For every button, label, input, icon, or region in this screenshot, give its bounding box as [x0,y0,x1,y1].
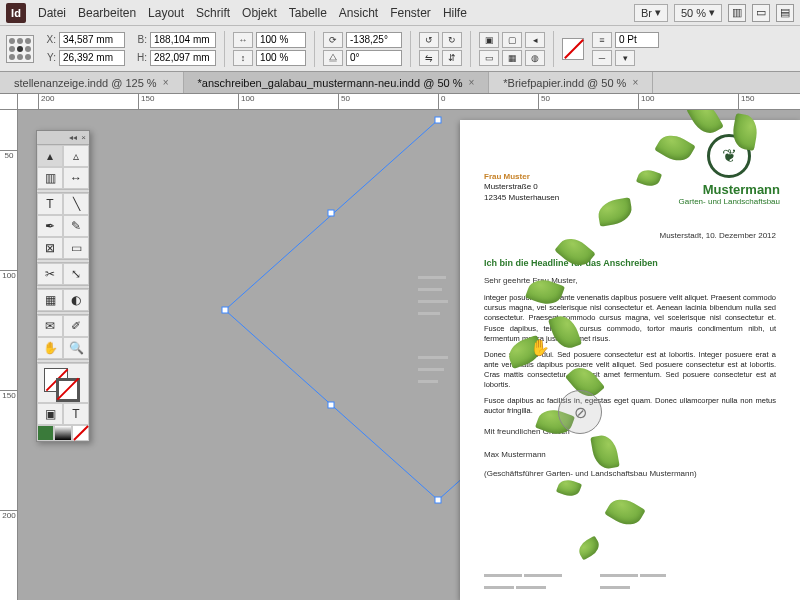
fill-swatch[interactable] [562,38,584,60]
greeting: Sehr geehrte Frau Muster, [484,276,776,285]
place-date: Musterstadt, 10. Dezember 2012 [484,231,776,240]
menu-object[interactable]: Objekt [242,6,277,20]
flip-v-icon[interactable]: ⇵ [442,50,462,66]
document-tabs: stellenanzeige.indd @ 125 %× *anschreibe… [0,72,800,94]
workspace-switcher[interactable]: Br▾ [634,4,668,22]
svg-rect-1 [222,307,228,313]
stroke-style-icon[interactable]: ─ [592,50,612,66]
stroke-weight-field[interactable] [615,32,659,48]
formatting-text-icon[interactable]: T [63,403,89,425]
overset-text-icon [418,350,450,386]
menu-help[interactable]: Hilfe [443,6,467,20]
svg-rect-0 [435,117,441,123]
close-icon[interactable]: × [632,77,638,88]
closing: Mit freundlichen Grüßen [484,427,776,436]
selection-tool[interactable]: ▴ [37,145,63,167]
company-name: Mustermann [679,182,780,197]
letter-headline: Ich bin die Headline für das Anschreiben [484,258,776,268]
close-icon[interactable]: × [163,77,169,88]
tab-stellenanzeige[interactable]: stellenanzeige.indd @ 125 %× [0,72,184,93]
not-allowed-icon: ⊘ [558,390,602,434]
apply-gradient[interactable] [54,425,71,441]
page-tool[interactable]: ▥ [37,167,63,189]
rectangle-frame-tool[interactable]: ⊠ [37,237,63,259]
rotate-icon: ⟳ [323,32,343,48]
tab-anschreiben[interactable]: *anschreiben_galabau_mustermann-neu.indd… [184,72,490,93]
menu-type[interactable]: Schrift [196,6,230,20]
rectangle-tool[interactable]: ▭ [63,237,89,259]
wrap-bounding-icon[interactable]: ▦ [502,50,522,66]
menu-bar: Id Datei Bearbeiten Layout Schrift Objek… [0,0,800,26]
menu-window[interactable]: Fenster [390,6,431,20]
wrap-shape-icon[interactable]: ◍ [525,50,545,66]
scale-x-icon: ↔ [233,32,253,48]
select-container-icon[interactable]: ▣ [479,32,499,48]
line-tool[interactable]: ╲ [63,193,89,215]
ruler-origin[interactable] [0,94,18,110]
pen-tool[interactable]: ✒ [37,215,63,237]
hand-cursor-icon: ✋ [530,338,550,357]
free-transform-tool[interactable]: ⤡ [63,263,89,285]
footer-placeholder [484,568,564,592]
direct-selection-tool[interactable]: ▵ [63,145,89,167]
menu-edit[interactable]: Bearbeiten [78,6,136,20]
hand-tool[interactable]: ✋ [37,337,63,359]
tools-panel[interactable]: ◂◂× ▴ ▵ ▥ ↔ T ╲ ✒ ✎ ⊠ ▭ ✂ ⤡ ▦ ◐ ✉ ✐ ✋ 🔍 … [36,130,90,442]
view-options-icon[interactable]: ▥ [728,4,746,22]
overset-text-icon [418,270,450,318]
arrange-icon[interactable]: ▤ [776,4,794,22]
y-field[interactable] [59,50,125,66]
collapse-icon[interactable]: ◂◂ [69,133,77,142]
scale-x-field[interactable] [256,32,306,48]
shear-field[interactable] [346,50,402,66]
gap-tool[interactable]: ↔ [63,167,89,189]
formatting-container-icon[interactable]: ▣ [37,403,63,425]
width-field[interactable] [150,32,216,48]
apply-color[interactable] [37,425,54,441]
apply-none[interactable] [72,425,89,441]
document-page: ❦ Mustermann Garten- und Landschaftsbau … [460,120,800,600]
menu-table[interactable]: Tabelle [289,6,327,20]
pencil-tool[interactable]: ✎ [63,215,89,237]
menu-layout[interactable]: Layout [148,6,184,20]
control-bar: X: Y: B: H: ↔ ↕ ⟳ ⧋ ↺ ↻ ⇋ ⇵ ▣ ▢ ◂ ▭ ▦ [0,26,800,72]
flip-h-icon[interactable]: ⇋ [419,50,439,66]
menu-view[interactable]: Ansicht [339,6,378,20]
scale-y-icon: ↕ [233,50,253,66]
gradient-feather-tool[interactable]: ◐ [63,289,89,311]
scale-y-field[interactable] [256,50,306,66]
signature-title: (Geschäftsführer Garten- und Landschafts… [484,469,776,478]
rotate-ccw-icon[interactable]: ↺ [419,32,439,48]
app-icon: Id [6,3,26,23]
footer-placeholder [600,568,668,592]
select-prev-icon[interactable]: ◂ [525,32,545,48]
stroke-weight-icon: ≡ [592,32,612,48]
ruler-horizontal[interactable]: 200 150 100 50 0 50 100 150 [18,94,800,110]
gradient-swatch-tool[interactable]: ▦ [37,289,63,311]
height-field[interactable] [150,50,216,66]
fill-stroke-swatch[interactable] [37,363,89,403]
zoom-tool[interactable]: 🔍 [63,337,89,359]
eyedropper-tool[interactable]: ✐ [63,315,89,337]
note-tool[interactable]: ✉ [37,315,63,337]
logo-badge-icon: ❦ [707,134,751,178]
close-icon[interactable]: × [81,133,86,142]
x-field[interactable] [59,32,125,48]
rotate-cw-icon[interactable]: ↻ [442,32,462,48]
rotate-field[interactable] [346,32,402,48]
svg-rect-2 [435,497,441,503]
wrap-none-icon[interactable]: ▭ [479,50,499,66]
type-tool[interactable]: T [37,193,63,215]
reference-point[interactable] [6,35,34,63]
canvas[interactable]: ❦ Mustermann Garten- und Landschaftsbau … [18,110,800,600]
close-icon[interactable]: × [468,77,474,88]
svg-rect-4 [328,402,334,408]
tab-briefpapier[interactable]: *Briefpapier.indd @ 50 %× [489,72,653,93]
zoom-level[interactable]: 50 %▾ [674,4,722,22]
menu-file[interactable]: Datei [38,6,66,20]
select-content-icon[interactable]: ▢ [502,32,522,48]
screen-mode-icon[interactable]: ▭ [752,4,770,22]
scissors-tool[interactable]: ✂ [37,263,63,285]
signature-name: Max Mustermann [484,450,776,459]
ruler-vertical[interactable]: 50 100 150 200 [0,110,18,600]
